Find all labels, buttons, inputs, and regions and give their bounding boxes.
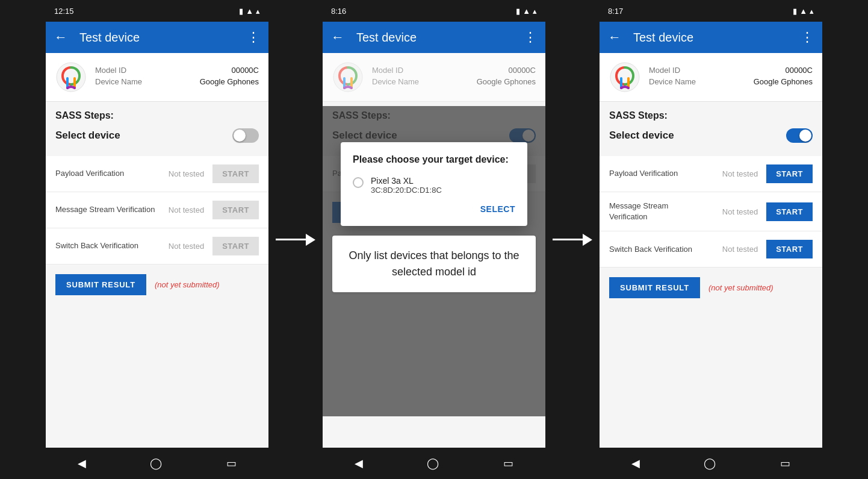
signal-icon-3: ▲ (799, 7, 807, 16)
status-bar-1: 12:15 ▮ ▲ ▴ (46, 0, 268, 22)
back-button-3[interactable]: ← (608, 30, 621, 45)
step-name-3-2: Switch Back Verification (609, 244, 714, 255)
toggle-thumb-3 (799, 130, 811, 142)
step-row-3-2: Switch Back Verification Not tested STAR… (600, 231, 822, 268)
page-title-1: Test device (79, 31, 247, 45)
submit-button-1[interactable]: SUBMIT RESULT (55, 274, 146, 295)
back-button-1[interactable]: ← (54, 30, 67, 45)
menu-button-1[interactable]: ⋮ (247, 30, 260, 45)
step-row-1-2: Switch Back Verification Not tested STAR… (46, 228, 268, 265)
device-logo-1 (55, 61, 87, 93)
device-name-value-3: Google Gphones (754, 77, 813, 86)
step-status-3-1: Not tested (722, 207, 758, 216)
nav-bar-2: ◀ ◯ ▭ (323, 448, 545, 479)
step-name-1-1: Message Stream Verification (55, 204, 160, 215)
dialog-device-name-2: Pixel 3a XL (371, 176, 442, 186)
device-name-label-3: Device Name (649, 77, 696, 86)
start-button-1-0[interactable]: START (212, 164, 259, 183)
status-bar-2: 8:16 ▮ ▲ ▴ (323, 0, 545, 22)
back-nav-2[interactable]: ◀ (355, 457, 363, 470)
arrow-1 (268, 234, 323, 246)
device-card-1: Model ID 00000C Device Name Google Gphon… (46, 53, 268, 102)
start-button-3-1[interactable]: START (766, 202, 813, 221)
model-id-row-2: Model ID 00000C (372, 66, 536, 75)
back-button-2[interactable]: ← (331, 30, 344, 45)
start-button-3-0[interactable]: START (766, 164, 813, 183)
device-info-3: Model ID 00000C Device Name Google Gphon… (649, 66, 813, 89)
select-device-row-3: Select device (609, 128, 813, 143)
step-row-1-0: Payload Verification Not tested START (46, 156, 268, 192)
status-icons-1: ▮ ▲ ▴ (239, 7, 260, 16)
phone-2: 8:16 ▮ ▲ ▴ ← Test device ⋮ (323, 0, 545, 479)
select-device-label-1: Select device (55, 130, 120, 142)
steps-table-3: Payload Verification Not tested START Me… (600, 156, 822, 268)
device-name-value-2: Google Gphones (477, 77, 536, 86)
select-device-row-1: Select device (55, 128, 259, 143)
arrow-shape-2 (553, 234, 592, 246)
recents-nav-3[interactable]: ▭ (780, 457, 790, 470)
start-button-1-2[interactable]: START (212, 237, 259, 255)
arrow-head-1 (306, 234, 315, 246)
sass-title-3: SASS Steps: (609, 110, 813, 121)
select-device-toggle-3[interactable] (786, 128, 813, 143)
status-icons-3: ▮ ▲ ▴ (793, 7, 814, 16)
step-row-1-1: Message Stream Verification Not tested S… (46, 192, 268, 228)
dialog-overlay-2: Please choose your target device: Pixel … (323, 106, 545, 416)
page-title-3: Test device (633, 31, 801, 45)
menu-button-3[interactable]: ⋮ (801, 30, 814, 45)
dialog-option-2[interactable]: Pixel 3a XL 3C:8D:20:DC:D1:8C (353, 176, 515, 195)
model-id-value-2: 00000C (508, 66, 536, 75)
step-name-3-0: Payload Verification (609, 168, 714, 179)
nav-bar-1: ◀ ◯ ▭ (46, 448, 268, 479)
nav-bar-3: ◀ ◯ ▭ (600, 448, 822, 479)
back-nav-1[interactable]: ◀ (78, 457, 86, 470)
model-id-value-3: 00000C (785, 66, 813, 75)
back-nav-3[interactable]: ◀ (631, 457, 640, 470)
status-bar-3: 8:17 ▮ ▲ ▴ (600, 0, 822, 22)
start-button-3-2[interactable]: START (766, 240, 813, 258)
sass-title-1: SASS Steps: (55, 110, 259, 121)
radio-button-2[interactable] (353, 177, 364, 188)
step-status-3-0: Not tested (722, 169, 758, 178)
recents-nav-1[interactable]: ▭ (226, 457, 237, 470)
wifi-icon-1: ▴ (256, 7, 260, 16)
submit-button-3[interactable]: SUBMIT RESULT (609, 277, 700, 298)
menu-button-2[interactable]: ⋮ (524, 30, 537, 45)
phone-1: 12:15 ▮ ▲ ▴ ← Test device ⋮ Model ID (46, 0, 268, 479)
top-bar-1: ← Test device ⋮ (46, 22, 268, 53)
arrow-body-2 (553, 239, 583, 240)
arrow-2 (545, 234, 600, 246)
step-row-3-0: Payload Verification Not tested START (600, 156, 822, 192)
device-name-label-2: Device Name (372, 77, 419, 86)
dialog-select-button-2[interactable]: SELECT (480, 204, 515, 214)
submit-area-3: SUBMIT RESULT (not yet submitted) (600, 268, 822, 308)
model-id-value-1: 00000C (231, 66, 259, 75)
battery-icon-1: ▮ (239, 7, 243, 16)
top-bar-3: ← Test device ⋮ (600, 22, 822, 53)
arrow-body-1 (276, 239, 306, 240)
arrow-shape-1 (276, 234, 315, 246)
step-row-3-1: Message StreamVerification Not tested ST… (600, 192, 822, 231)
step-status-1-0: Not tested (169, 169, 204, 178)
not-submitted-3: (not yet submitted) (708, 283, 773, 292)
step-status-3-2: Not tested (722, 245, 758, 254)
dialog-device-info-2: Pixel 3a XL 3C:8D:20:DC:D1:8C (371, 176, 442, 195)
steps-table-1: Payload Verification Not tested START Me… (46, 156, 268, 265)
annotation-box-2: Only list devices that belongs to the se… (332, 236, 536, 292)
model-id-label-1: Model ID (95, 66, 126, 75)
recents-nav-2[interactable]: ▭ (503, 457, 513, 470)
submit-area-1: SUBMIT RESULT (not yet submitted) (46, 265, 268, 305)
device-info-2: Model ID 00000C Device Name Google Gphon… (372, 66, 536, 89)
device-name-row-1: Device Name Google Gphones (95, 77, 259, 86)
content-2: Model ID 00000C Device Name Google Gphon… (323, 53, 545, 448)
start-button-1-1[interactable]: START (212, 201, 259, 219)
status-icons-2: ▮ ▲ ▴ (516, 7, 537, 16)
device-name-row-2: Device Name Google Gphones (372, 77, 536, 86)
device-logo-3 (609, 61, 640, 93)
device-card-3: Model ID 00000C Device Name Google Gphon… (600, 53, 822, 102)
home-nav-1[interactable]: ◯ (150, 457, 162, 470)
home-nav-2[interactable]: ◯ (427, 457, 439, 470)
select-device-toggle-1[interactable] (232, 128, 259, 143)
home-nav-3[interactable]: ◯ (704, 457, 716, 470)
signal-icon-1: ▲ (246, 7, 253, 16)
